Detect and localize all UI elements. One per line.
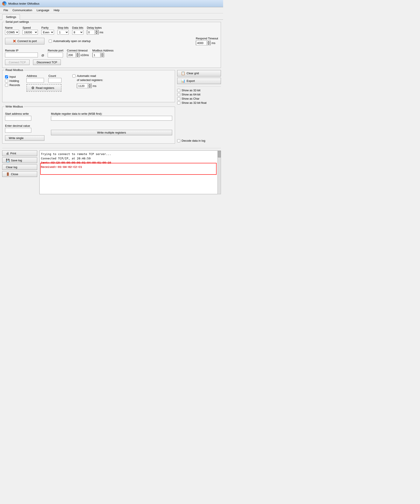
connect-tcp-button[interactable]: Connect TCP <box>5 60 29 65</box>
input-checkbox[interactable] <box>5 75 8 78</box>
holding-label[interactable]: Holding <box>9 79 19 83</box>
respond-timeout-group: Respond Timeout 4000 ▲ ▼ ms <box>196 37 218 45</box>
read-registers-button[interactable]: ⚙ Read registers <box>26 84 61 92</box>
connect-timeout-up[interactable]: ▲ <box>76 53 79 55</box>
floppy-icon: 💾 <box>6 158 10 162</box>
tab-settings[interactable]: Settings <box>2 14 20 20</box>
modbus-address-input[interactable]: 1 <box>93 53 100 57</box>
connect-to-port-button[interactable]: Connect to port <box>5 38 44 44</box>
data-bits-select[interactable]: 8 7 <box>72 30 83 35</box>
auto-read-label[interactable]: Automatic read <box>77 74 96 78</box>
connect-timeout-spin[interactable]: 200 ▲ ▼ <box>67 53 80 57</box>
delay-bytes-spin[interactable]: 0 ▲ ▼ <box>87 30 99 35</box>
address-input[interactable]: 01 <box>26 78 44 83</box>
modbus-address-spin[interactable]: 1 ▲ ▼ <box>92 53 104 57</box>
menu-communication[interactable]: Communication <box>11 8 34 12</box>
read-modbus-title: Read Modbus <box>5 68 24 72</box>
auto-open-row: Automatically open on startup <box>49 39 91 43</box>
connect-timeout-unit: x10ms <box>81 54 89 57</box>
show-32bit-checkbox[interactable] <box>177 89 180 92</box>
write-single-label: Write single <box>9 136 24 140</box>
records-label[interactable]: Records <box>9 84 20 87</box>
remote-port-input[interactable]: 8899 <box>48 53 63 57</box>
remote-port-label: Remote port <box>48 49 64 52</box>
start-address-group: Start address write <box>5 112 44 121</box>
start-address-input[interactable] <box>5 116 31 121</box>
menu-language[interactable]: Language <box>35 8 51 12</box>
respond-timeout-spin[interactable]: 4000 ▲ ▼ <box>196 41 211 45</box>
auto-read-ms-input[interactable]: 1120 <box>77 84 88 88</box>
show-char-label[interactable]: Show as Char <box>181 97 199 100</box>
log-line-2: Sent: 03 E8 00 00 00 06 01 04 00 01 00 1… <box>41 161 219 165</box>
clear-grid-button[interactable]: 📋 Clear grid <box>177 70 221 76</box>
app-icon <box>2 1 6 6</box>
show-64bit-checkbox[interactable] <box>177 93 180 96</box>
auto-read-section: Automatic read of selected registers: 11… <box>72 74 103 88</box>
show-32bit-label[interactable]: Show as 32-bit <box>181 89 200 92</box>
multiple-data-group: Multiple regsiter data to write (MSB fir… <box>51 112 172 121</box>
show-32bit-float-row: Show as 32-bit float <box>177 101 221 104</box>
write-multiple-label: Write multiple registers <box>97 131 126 134</box>
exit-icon: 🚪 <box>6 172 10 176</box>
show-char-checkbox[interactable] <box>177 97 180 100</box>
holding-checkbox[interactable] <box>5 79 8 83</box>
parity-select[interactable]: Even None Odd <box>41 30 54 35</box>
decode-checkbox[interactable] <box>177 139 180 142</box>
decimal-input[interactable] <box>5 128 31 133</box>
log-area-container: Trying to connect to remote TCP server..… <box>39 150 221 194</box>
disconnect-tcp-button[interactable]: Disconnect TCP <box>33 60 61 65</box>
auto-open-checkbox[interactable] <box>49 40 52 43</box>
remote-ip-input[interactable]: 192.168.0.113 <box>5 53 38 57</box>
auto-read-ms-up[interactable]: ▲ <box>88 84 91 86</box>
connect-timeout-down[interactable]: ▼ <box>76 55 79 57</box>
write-single-button[interactable]: Write single <box>5 135 44 141</box>
start-address-label: Start address write <box>5 112 44 115</box>
show-64bit-row: Show as 64-bit <box>177 93 221 96</box>
write-multiple-button[interactable]: Write multiple registers <box>51 130 172 135</box>
modbus-address-up[interactable]: ▲ <box>100 53 104 55</box>
count-label: Count <box>48 74 61 78</box>
respond-timeout-input[interactable]: 4000 <box>196 41 207 45</box>
multiple-input[interactable] <box>51 116 172 121</box>
show-64bit-label[interactable]: Show as 64-bit <box>181 93 200 96</box>
modbus-address-down[interactable]: ▼ <box>100 55 104 57</box>
printer-icon: 🖨 <box>6 151 9 155</box>
log-line-3: Received: 01 84 02 C2 C1 <box>41 165 219 169</box>
delay-bytes-input[interactable]: 0 <box>87 30 95 35</box>
log-scrollbar-thumb[interactable] <box>218 151 221 157</box>
records-checkbox[interactable] <box>5 84 8 87</box>
stop-bits-select[interactable]: 1 2 <box>58 30 69 35</box>
count-input[interactable]: 24 <box>48 78 61 83</box>
auto-read-ms-down[interactable]: ▼ <box>88 86 91 88</box>
close-button[interactable]: 🚪 Close <box>2 171 37 177</box>
clear-log-button[interactable]: Clear log <box>2 164 37 170</box>
show-32bit-float-checkbox[interactable] <box>177 101 180 104</box>
modbus-address-group: Modbus Address 1 ▲ ▼ <box>92 49 114 57</box>
log-scrollbar[interactable] <box>217 150 221 194</box>
delay-bytes-down[interactable]: ▼ <box>95 32 99 35</box>
decode-label[interactable]: Decode data in log <box>181 139 205 142</box>
save-log-button[interactable]: 💾 Save log <box>2 157 37 163</box>
parity-group: Parity Even None Odd <box>41 26 54 35</box>
auto-read-ms-spin[interactable]: 1120 ▲ ▼ <box>77 84 92 88</box>
decode-checkbox-row: Decode data in log <box>177 139 221 142</box>
auto-read-checkbox[interactable] <box>72 74 76 78</box>
show-32bit-float-label[interactable]: Show as 32-bit float <box>181 101 206 104</box>
com-port-select[interactable]: COM5 COM1 COM2 COM3 COM4 <box>5 30 19 35</box>
respond-timeout-down[interactable]: ▼ <box>207 43 210 45</box>
log-line-1: Connected TCP/IP, at 20:46:59 <box>41 156 219 161</box>
delay-bytes-up[interactable]: ▲ <box>95 30 99 32</box>
connect-timeout-input[interactable]: 200 <box>67 53 76 57</box>
auto-open-label[interactable]: Automatically open on startup <box>53 39 91 43</box>
menu-help[interactable]: Help <box>52 8 61 12</box>
speed-select[interactable]: 19200 9600 38400 57600 115200 <box>23 30 38 35</box>
export-button[interactable]: 📊 Export <box>177 78 221 84</box>
print-button[interactable]: 🖨 Print <box>2 150 37 156</box>
connect-button-label: Connect to port <box>18 39 37 43</box>
log-area[interactable]: Trying to connect to remote TCP server..… <box>39 150 221 194</box>
menu-file[interactable]: File <box>2 8 10 12</box>
respond-timeout-label: Respond Timeout <box>196 37 218 40</box>
serial-port-settings-group: Serial port settings Name COM5 COM1 COM2… <box>2 22 221 68</box>
input-label[interactable]: Input <box>9 75 16 78</box>
respond-timeout-up[interactable]: ▲ <box>207 41 210 43</box>
